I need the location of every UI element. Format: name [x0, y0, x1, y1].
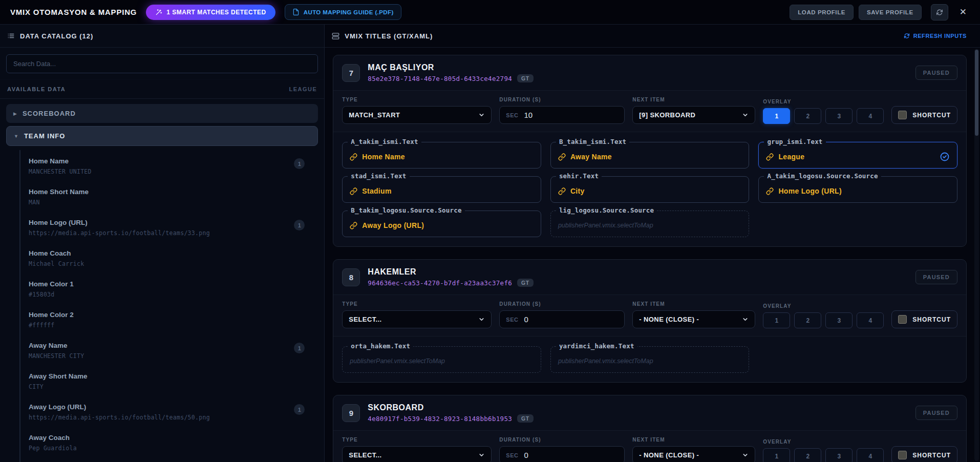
- search-input[interactable]: [6, 54, 318, 73]
- data-item-value: Pep Guardiola: [29, 445, 313, 452]
- overlay-button-4[interactable]: 4: [857, 448, 884, 462]
- refresh-inputs-button[interactable]: REFRESH INPUTS: [904, 33, 967, 39]
- data-item-value: MAN: [29, 199, 313, 206]
- data-item[interactable]: Away Color 1 #ff0000: [29, 458, 313, 462]
- data-item[interactable]: Home Color 2 #ffffff: [29, 305, 313, 335]
- type-select[interactable]: SELECT...: [342, 310, 492, 328]
- fields-grid: A_takim_ismi.Text Home Name B_takim_ismi…: [333, 132, 966, 246]
- shortcut-toggle[interactable]: SHORTCUT: [891, 310, 957, 328]
- refresh-inputs-label: REFRESH INPUTS: [913, 33, 967, 39]
- refresh-icon: [904, 33, 910, 39]
- overlay-button-2[interactable]: 2: [794, 312, 821, 328]
- paused-button[interactable]: PAUSED: [915, 66, 957, 80]
- shortcut-toggle[interactable]: SHORTCUT: [891, 106, 957, 124]
- smart-matches-label: 1 SMART MATCHES DETECTED: [166, 9, 266, 16]
- overlay-button-3[interactable]: 3: [825, 108, 853, 124]
- list-icon: [7, 32, 15, 39]
- overlay-button-4[interactable]: 4: [857, 312, 884, 328]
- section-scoreboard[interactable]: ▶ SCOREBOARD: [6, 104, 318, 123]
- duration-value: 0: [524, 315, 528, 324]
- next-item-select[interactable]: [9] SKORBOARD: [632, 106, 755, 124]
- field-name: lig_logosu.Source.Source: [556, 206, 657, 214]
- duration-input[interactable]: SEC 10: [499, 106, 625, 124]
- data-item-label: Home Color 2: [29, 311, 313, 319]
- next-item-select[interactable]: - NONE (CLOSE) -: [632, 446, 755, 462]
- refresh-button[interactable]: [931, 4, 948, 20]
- mapping-field[interactable]: B_takim_logosu.Source.Source Away Logo (…: [342, 211, 541, 237]
- shortcut-checkbox[interactable]: [898, 315, 907, 324]
- mapping-field[interactable]: grup_ismi.Text League: [758, 142, 957, 169]
- overlay-button-2[interactable]: 2: [794, 108, 821, 124]
- shortcut-label: SHORTCUT: [912, 112, 951, 119]
- paused-button[interactable]: PAUSED: [915, 406, 957, 420]
- auto-mapping-guide-button[interactable]: AUTO MAPPING GUIDE (.PDF): [285, 4, 401, 20]
- close-button[interactable]: ✕: [956, 5, 970, 19]
- load-profile-button[interactable]: LOAD PROFILE: [790, 5, 854, 20]
- paused-button[interactable]: PAUSED: [915, 270, 957, 284]
- data-item[interactable]: Home Color 1 #15803d: [29, 274, 313, 305]
- title-card: 8 HAKEMLER 964636ec-ca53-4270-b7df-a23aa…: [333, 259, 967, 383]
- shortcut-checkbox[interactable]: [898, 451, 907, 459]
- overlay-button-1[interactable]: 1: [763, 448, 790, 462]
- type-label: TYPE: [342, 437, 492, 443]
- mapping-field[interactable]: B_takim_ismi.Text Away Name: [550, 142, 750, 169]
- data-item[interactable]: Away Short Name CITY: [29, 366, 313, 397]
- field-name: stad_ismi.Text: [348, 172, 409, 180]
- data-item[interactable]: Home Logo (URL) https://media.api-sports…: [29, 213, 313, 243]
- overlay-button-1[interactable]: 1: [763, 312, 790, 328]
- data-item[interactable]: Away Coach Pep Guardiola: [29, 428, 313, 458]
- overlay-button-3[interactable]: 3: [825, 448, 853, 462]
- section-label: SCOREBOARD: [23, 110, 76, 117]
- save-profile-button[interactable]: SAVE PROFILE: [859, 5, 922, 20]
- overlay-button-3[interactable]: 3: [825, 312, 853, 328]
- duration-input[interactable]: SEC 0: [499, 310, 625, 328]
- type-select[interactable]: MATCH_START: [342, 106, 492, 124]
- mapping-field[interactable]: lig_logosu.Source.Source publisherPanel.…: [550, 211, 750, 237]
- next-item-select-value: [9] SKORBOARD: [639, 111, 742, 119]
- shortcut-toggle[interactable]: SHORTCUT: [891, 446, 957, 462]
- shortcut-label: SHORTCUT: [912, 316, 951, 323]
- data-item[interactable]: Away Name MANCHESTER CITY 1: [29, 335, 313, 366]
- mapped-value: Home Logo (URL): [778, 187, 841, 195]
- mapped-value: Away Logo (URL): [362, 221, 424, 229]
- type-select[interactable]: SELECT...: [342, 446, 492, 462]
- mapping-field[interactable]: stad_ismi.Text Stadium: [342, 176, 541, 203]
- overlay-button-4[interactable]: 4: [857, 108, 884, 124]
- data-item-value: MANCHESTER UNITED: [29, 168, 313, 175]
- data-item[interactable]: Away Logo (URL) https://media.api-sports…: [29, 397, 313, 428]
- data-catalog-title: DATA CATALOG (12): [20, 32, 93, 40]
- league-label: LEAGUE: [289, 86, 317, 92]
- refresh-icon: [936, 9, 943, 16]
- shortcut-checkbox[interactable]: [898, 111, 907, 119]
- card-title: SKORBOARD: [368, 403, 907, 412]
- shortcut-label: SHORTCUT: [912, 452, 951, 459]
- mapping-field[interactable]: orta_hakem.Text publisherPanel.vmix.sele…: [342, 346, 541, 373]
- gt-badge: GT: [517, 414, 534, 423]
- mapping-field[interactable]: A_takim_ismi.Text Home Name: [342, 142, 541, 169]
- mapping-field[interactable]: yardimci_hakem.Text publisherPanel.vmix.…: [550, 346, 750, 373]
- field-name: A_takim_logosu.Source.Source: [764, 172, 881, 180]
- data-catalog-panel: DATA CATALOG (12) AVAILABLE DATA LEAGUE …: [0, 25, 325, 462]
- mapping-field[interactable]: A_takim_logosu.Source.Source Home Logo (…: [758, 176, 957, 203]
- section-team-info[interactable]: ▼ TEAM INFO: [6, 126, 318, 146]
- mapping-field[interactable]: sehir.Text City: [550, 176, 750, 203]
- data-item[interactable]: Home Short Name MAN: [29, 182, 313, 213]
- data-item-label: Away Name: [29, 342, 313, 349]
- smart-matches-button[interactable]: 1 SMART MATCHES DETECTED: [146, 5, 275, 20]
- main-scrollbar[interactable]: [974, 49, 979, 461]
- vmix-titles-title: VMIX TITLES (GT/XAML): [345, 32, 433, 40]
- link-icon: [558, 153, 566, 161]
- next-item-select[interactable]: - NONE (CLOSE) -: [632, 310, 755, 328]
- sec-prefix: SEC: [506, 317, 518, 323]
- scrollbar-thumb[interactable]: [975, 50, 978, 136]
- magic-wand-icon: [155, 9, 162, 16]
- field-name: A_takim_ismi.Text: [348, 138, 421, 145]
- mapped-value: City: [570, 187, 585, 195]
- chevron-down-icon: [478, 316, 485, 323]
- overlay-button-2[interactable]: 2: [794, 448, 821, 462]
- overlay-button-1[interactable]: 1: [763, 108, 790, 124]
- data-item[interactable]: Home Coach Michael Carrick: [29, 243, 313, 274]
- chevron-down-icon: [742, 452, 749, 458]
- data-item[interactable]: Home Name MANCHESTER UNITED 1: [29, 151, 313, 182]
- duration-input[interactable]: SEC 0: [499, 446, 625, 462]
